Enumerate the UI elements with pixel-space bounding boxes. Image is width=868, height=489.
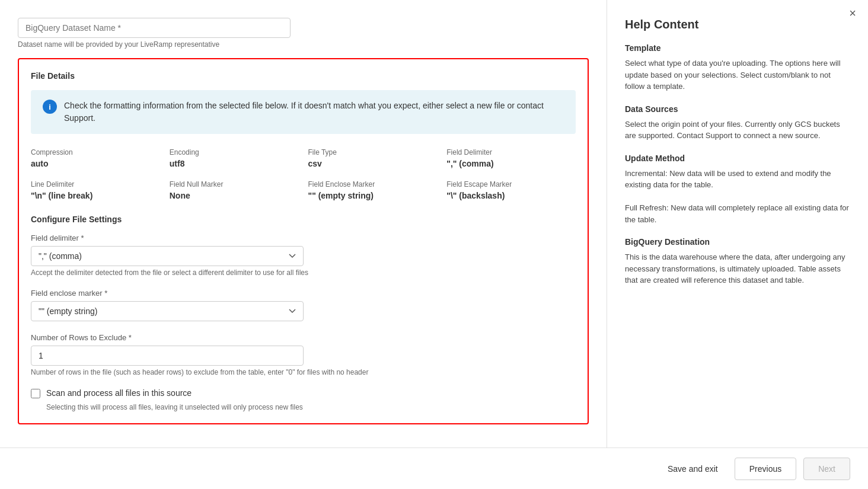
- file-info-encoding: Encoding utf8: [170, 148, 299, 168]
- help-title: Help Content: [625, 18, 850, 31]
- next-button: Next: [803, 458, 850, 480]
- field-enclose-group: Field enclose marker * "" (empty string)…: [31, 289, 576, 321]
- help-section-sources-text: Select the origin point of your files. C…: [625, 119, 850, 142]
- field-delimiter-group: Field delimiter * "," (comma) "\t" (tab)…: [31, 234, 576, 277]
- help-section-template-title: Template: [625, 43, 850, 53]
- help-section-sources-title: Data Sources: [625, 104, 850, 114]
- info-banner-text: Check the formatting information from th…: [64, 100, 564, 124]
- file-info-enclose-marker: Field Enclose Marker "" (empty string): [308, 180, 438, 200]
- file-info-line-delimiter: Line Delimiter "\n" (line break): [31, 180, 160, 200]
- file-info-escape-marker: Field Escape Marker "\" (backslash): [446, 180, 576, 200]
- field-enclose-label: Field enclose marker *: [31, 289, 576, 298]
- previous-button[interactable]: Previous: [735, 458, 796, 480]
- scan-checkbox-group: Scan and process all files in this sourc…: [31, 388, 576, 411]
- field-delimiter-label: Field delimiter *: [31, 234, 576, 242]
- rows-exclude-input[interactable]: [31, 346, 304, 366]
- file-info-grid: Compression auto Encoding utf8 File Type…: [31, 148, 576, 200]
- help-section-update-title: Update Method: [625, 154, 850, 163]
- field-delimiter-select[interactable]: "," (comma) "\t" (tab) "|" (pipe) " " (s…: [31, 246, 304, 266]
- dataset-hint: Dataset name will be provided by your Li…: [18, 40, 589, 49]
- dataset-input-wrapper: Dataset name will be provided by your Li…: [18, 18, 589, 49]
- help-section-bigquery-text: This is the data warehouse where the dat…: [625, 251, 850, 286]
- save-exit-button[interactable]: Save and exit: [658, 459, 727, 478]
- field-enclose-select[interactable]: "" (empty string) "'" (single quote) '"'…: [31, 301, 304, 321]
- right-panel: Help Content Template Select what type o…: [607, 0, 868, 489]
- file-details-section: File Details i Check the formatting info…: [18, 58, 589, 424]
- rows-exclude-group: Number of Rows to Exclude * Number of ro…: [31, 333, 576, 376]
- main-layout: Dataset name will be provided by your Li…: [0, 0, 868, 489]
- close-button[interactable]: ×: [849, 7, 856, 19]
- scan-checkbox-hint: Selecting this will process all files, l…: [46, 403, 576, 411]
- info-banner: i Check the formatting information from …: [31, 90, 576, 134]
- file-info-compression: Compression auto: [31, 148, 160, 168]
- scan-checkbox-label: Scan and process all files in this sourc…: [46, 388, 192, 398]
- scan-checkbox[interactable]: [31, 389, 40, 398]
- configure-title: Configure File Settings: [31, 215, 576, 224]
- help-section-template-text: Select what type of data you're uploadin…: [625, 57, 850, 92]
- file-details-title: File Details: [31, 71, 576, 81]
- info-icon: i: [43, 100, 57, 114]
- file-info-field-delimiter: Field Delimiter "," (comma): [446, 148, 576, 168]
- file-info-filetype: File Type csv: [308, 148, 438, 168]
- help-section-update-text: Incremental: New data will be used to ex…: [625, 168, 850, 226]
- field-delimiter-hint: Accept the delimiter detected from the f…: [31, 269, 576, 277]
- rows-exclude-hint: Number of rows in the file (such as head…: [31, 368, 576, 376]
- footer: Save and exit Previous Next: [0, 448, 868, 489]
- rows-exclude-label: Number of Rows to Exclude *: [31, 333, 576, 342]
- help-section-bigquery-title: BigQuery Destination: [625, 237, 850, 247]
- file-info-null-marker: Field Null Marker None: [170, 180, 299, 200]
- dataset-name-input[interactable]: [18, 18, 291, 38]
- left-panel: Dataset name will be provided by your Li…: [0, 0, 607, 489]
